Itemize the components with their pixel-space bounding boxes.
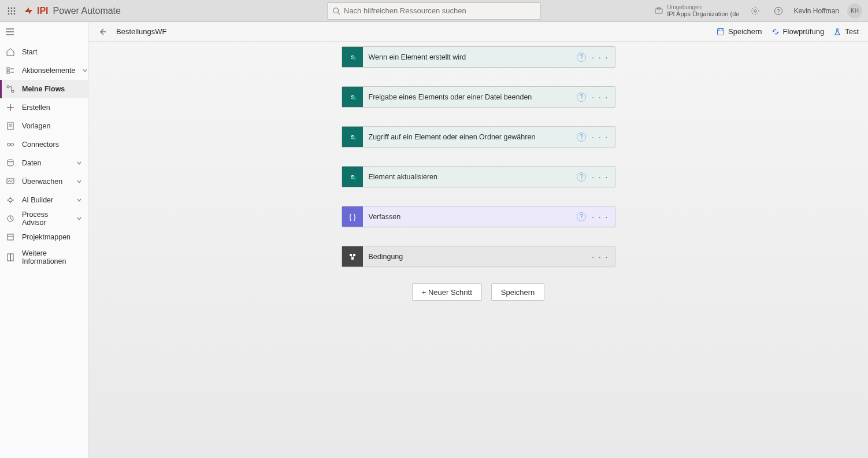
app-name: Power Automate [53,6,121,16]
sidebar-item-start[interactable]: Start [0,43,88,61]
search-box[interactable] [327,2,541,20]
sidebar-item-überwachen[interactable]: Überwachen [0,172,88,191]
step-actions: ?· · · [577,172,614,182]
flow-step[interactable]: SWenn ein Element erstellt wird?· · · [342,46,615,68]
step-menu-button[interactable]: · · · [592,173,609,181]
ai-icon [6,195,15,205]
sidebar-item-aktionselemente[interactable]: Aktionselemente [0,61,88,80]
svg-point-2 [14,7,16,9]
book-icon [6,253,15,262]
environment-icon [654,6,663,16]
sidebar-item-daten[interactable]: Daten [0,154,88,172]
compose-icon: { } [342,206,363,227]
sidebar-item-weitere-informationen[interactable]: Weitere Informationen [0,246,88,268]
svg-point-57 [353,176,356,180]
chevron-down-icon [82,68,88,73]
search-input[interactable] [344,6,536,15]
svg-rect-62 [353,254,355,256]
step-title: Zugriff auf ein Element oder einen Ordne… [363,133,577,141]
sidebar-item-vorlagen[interactable]: Vorlagen [0,117,88,135]
user-avatar[interactable]: KH [847,3,862,19]
sidebar-item-label: Connectors [22,141,82,149]
new-step-button[interactable]: + Neuer Schritt [412,283,482,301]
step-help-icon[interactable]: ? [577,53,586,62]
svg-rect-61 [350,254,352,256]
template-icon [6,121,15,131]
chevron-down-icon [76,216,82,221]
plus-icon [6,103,15,112]
help-icon: ? [774,6,783,16]
arrow-down-icon [478,68,478,86]
step-help-icon[interactable]: ? [577,93,586,102]
waffle-menu[interactable] [3,3,20,19]
flow-step[interactable]: SFreigabe eines Elements oder einer Date… [342,86,615,108]
env-name: IPI Apps Organization (de [667,10,739,17]
toolbar-save-button[interactable]: Speichern [717,27,762,36]
sidebar-item-label: Weitere Informationen [22,249,82,266]
svg-rect-19 [7,68,9,70]
step-menu-button[interactable]: · · · [592,93,609,101]
svg-rect-45 [718,28,724,35]
back-button[interactable] [98,27,107,36]
svg-text:{ }: { } [349,213,355,221]
step-menu-button[interactable]: · · · [592,213,609,221]
flow-step[interactable]: { }Verfassen?· · · [342,206,615,227]
flow-step[interactable]: SZugriff auf ein Element oder einen Ordn… [342,126,615,147]
step-title: Wenn ein Element erstellt wird [363,53,577,61]
hamburger-button[interactable] [0,23,88,40]
sidebar-item-meine-flows[interactable]: Meine Flows [0,80,88,98]
toolbar-test-label: Test [845,27,859,36]
svg-line-64 [351,256,353,257]
brand-logo[interactable]: IPI [23,5,49,17]
step-help-icon[interactable]: ? [577,172,586,182]
environment-text: Umgebungen IPI Apps Organization (de [667,4,739,17]
svg-point-3 [8,10,10,12]
svg-point-13 [754,9,756,12]
toolbar-flowcheck-button[interactable]: Flowprüfung [771,27,825,36]
items-icon [6,66,15,75]
step-menu-button[interactable]: · · · [592,133,609,141]
chevron-down-icon [76,160,82,166]
connector-icon [6,140,15,149]
arrow-down-icon [478,228,478,245]
sidebar-item-erstellen[interactable]: Erstellen [0,98,88,117]
settings-button[interactable] [748,3,763,19]
svg-point-24 [12,90,14,93]
sidebar-item-process-advisor[interactable]: Process Advisor [0,209,88,228]
sidebar-item-connectors[interactable]: Connectors [0,135,88,154]
canvas-save-button[interactable]: Speichern [491,283,545,301]
sidebar-item-label: Erstellen [22,104,82,112]
svg-text:?: ? [777,8,780,14]
environment-picker[interactable]: Umgebungen IPI Apps Organization (de [654,4,739,17]
step-help-icon[interactable]: ? [577,132,586,142]
waffle-icon [8,7,16,15]
brand-icon [23,5,35,17]
svg-point-51 [353,97,356,100]
step-title: Bedingung [363,253,592,261]
solution-icon [6,232,15,242]
svg-rect-40 [8,234,13,240]
flow-toolbar: BestellungsWF Speichern Flowprüfung Test [88,22,868,42]
sharepoint-icon: S [342,47,363,67]
canvas-buttons: + Neuer Schritt Speichern [412,283,545,301]
toolbar-test-button[interactable]: Test [833,27,859,36]
top-header: IPI Power Automate Umgebungen IPI Apps O… [0,0,868,22]
sidebar-item-projektmappen[interactable]: Projektmappen [0,228,88,246]
sharepoint-icon: S [342,87,363,107]
step-actions: ?· · · [577,212,614,221]
step-menu-button[interactable]: · · · [592,253,609,261]
svg-rect-43 [10,254,13,261]
flow-canvas[interactable]: SWenn ein Element erstellt wird?· · ·SFr… [88,42,868,458]
chevron-down-icon [76,197,82,203]
flow-step[interactable]: SElement aktualisieren?· · · [342,166,615,187]
save-icon [717,28,725,36]
step-menu-button[interactable]: · · · [592,53,609,61]
flow-arrow [478,190,478,204]
step-help-icon[interactable]: ? [577,212,586,221]
flow-step[interactable]: Bedingung· · · [342,246,615,267]
flow-arrow [478,230,478,243]
sidebar-item-ai-builder[interactable]: AI Builder [0,191,88,209]
brand-text: IPI [37,6,49,16]
search-icon [332,7,340,15]
help-button[interactable]: ? [771,3,786,19]
